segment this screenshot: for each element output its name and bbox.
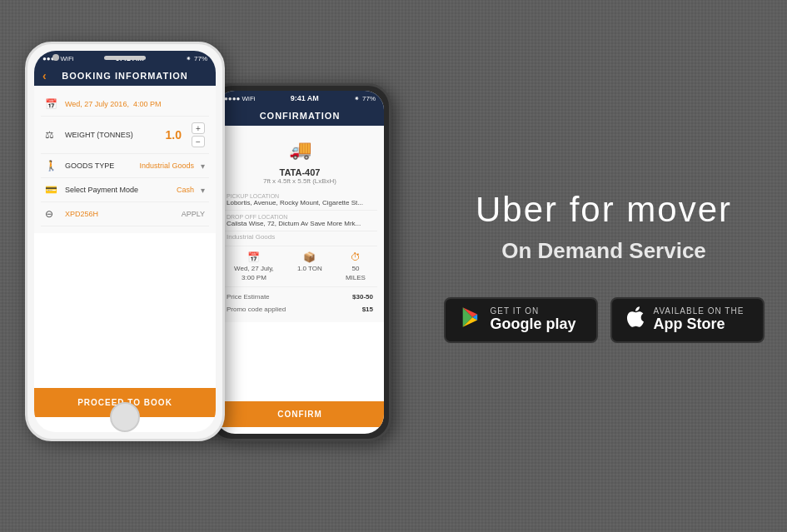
- confirm-button[interactable]: CONFIRM: [216, 401, 384, 427]
- goods-value: Industrial Goods: [139, 162, 194, 170]
- counter-controls[interactable]: + −: [192, 122, 205, 147]
- apply-label[interactable]: APPLY: [182, 210, 205, 218]
- decrement-btn[interactable]: −: [192, 136, 205, 147]
- stat-calendar-icon: 📅: [247, 251, 260, 263]
- pickup-value: Lobortis, Avenue, Rocky Mount, Cigarette…: [227, 199, 373, 206]
- pickup-label: Pickup location: [227, 193, 373, 199]
- dropoff-row: Drop off location Calista Wise, 72, Dict…: [222, 211, 377, 231]
- promo-applied-label: Promo code applied: [227, 306, 286, 313]
- app-header-white: ‹ BOOKING INFORMATION: [34, 66, 216, 86]
- pickup-row: Pickup location Lobortis, Avenue, Rocky …: [222, 190, 377, 211]
- promo-code: XPD256H: [65, 210, 98, 218]
- truck-dims: 7ft x 4.5ft x 5.5ft (LxBxH): [222, 177, 377, 185]
- google-play-icon: [459, 306, 482, 335]
- truck-icon-area: 🚚: [222, 132, 377, 167]
- google-play-line1: GET IT ON: [491, 306, 576, 316]
- goods-type-row: 🚶 GOODS TYPE Industrial Goods ▾: [41, 154, 209, 178]
- payment-label: Select Payment Mode: [65, 186, 170, 194]
- phone-home-button[interactable]: [110, 402, 140, 432]
- sub-title: On Demand Service: [501, 238, 706, 264]
- status-icons-dark: ⁕ 77%: [354, 95, 376, 102]
- weight-value: 1.0: [166, 128, 182, 142]
- phone-dark: ●●●● WiFi 9:41 AM ⁕ 77% CONFIRMATION 🚚 T…: [208, 83, 391, 441]
- calendar-icon: 📅: [45, 98, 58, 110]
- status-time-dark: 9:41 AM: [291, 94, 319, 102]
- price-estimate-row: Price Estimate $30-50: [222, 291, 377, 303]
- phone-screen-dark: ●●●● WiFi 9:41 AM ⁕ 77% CONFIRMATION 🚚 T…: [216, 91, 384, 434]
- truck-model: TATA-407: [222, 167, 377, 177]
- weight-label: WEIGHT (TONNES): [65, 131, 159, 139]
- confirm-stats: 📅 Wed, 27 July, 3:00 PM 📦 1.0 TON ⏱ 50 M…: [222, 246, 377, 287]
- booking-content: 📅 Wed, 27 July 2016, 4:00 PM ⚖ WEIGHT (T…: [34, 86, 216, 233]
- phone-camera: [52, 54, 59, 61]
- payment-row: 💳 Select Payment Mode Cash ▾: [41, 178, 209, 202]
- stat-date: 📅 Wed, 27 July, 3:00 PM: [234, 251, 274, 281]
- status-icons: ⁕ 77%: [186, 55, 207, 62]
- price-estimate-value: $30-50: [352, 293, 373, 301]
- dropoff-label: Drop off location: [227, 214, 373, 220]
- payment-dropdown-icon[interactable]: ▾: [201, 186, 205, 195]
- payment-value: Cash: [177, 186, 194, 194]
- app-header-dark: CONFIRMATION: [216, 106, 384, 126]
- confirmation-content: 🚚 TATA-407 7ft x 4.5ft x 5.5ft (LxBxH) P…: [216, 126, 384, 322]
- promo-row: ⊖ XPD256H APPLY: [41, 202, 209, 226]
- app-store-line2: App Store: [654, 316, 745, 334]
- app-store-button[interactable]: Available on the App Store: [610, 297, 765, 343]
- google-play-text: GET IT ON Google play: [491, 306, 576, 334]
- app-store-line1: Available on the: [654, 306, 745, 316]
- goods-icon: 🚶: [45, 160, 58, 172]
- phone-white: ●●●● WiFi 9:41 AM ⁕ 77% ‹ BOOKING INFORM…: [25, 42, 225, 441]
- promo-applied-row: Promo code applied $15: [222, 303, 377, 316]
- increment-btn[interactable]: +: [192, 122, 205, 134]
- phone-speaker: [104, 56, 146, 60]
- google-play-line2: Google play: [491, 316, 576, 334]
- main-title: Uber for mover: [476, 190, 732, 230]
- stat-distance-icon: ⏱: [351, 251, 361, 263]
- date-value: Wed, 27 July 2016, 4:00 PM: [65, 100, 205, 108]
- dropoff-value: Calista Wise, 72, Dictum Av Save More Mr…: [227, 220, 373, 227]
- promo-applied-value: $15: [362, 306, 373, 313]
- stat-distance: ⏱ 50 MILES: [346, 251, 366, 281]
- status-bar-dark: ●●●● WiFi 9:41 AM ⁕ 77%: [216, 91, 384, 106]
- app-store-text: Available on the App Store: [654, 306, 745, 334]
- weight-row: ⚖ WEIGHT (TONNES) 1.0 + −: [41, 117, 209, 154]
- phone-screen-white: ●●●● WiFi 9:41 AM ⁕ 77% ‹ BOOKING INFORM…: [34, 51, 216, 432]
- promo-icon: ⊖: [45, 208, 58, 220]
- store-buttons: GET IT ON Google play Available on the A…: [444, 297, 765, 343]
- goods-label: GOODS TYPE: [65, 162, 132, 170]
- phones-area: ●●●● WiFi 9:41 AM ⁕ 77% ‹ BOOKING INFORM…: [0, 0, 433, 532]
- back-icon[interactable]: ‹: [42, 69, 47, 82]
- right-panel: Uber for mover On Demand Service GET IT …: [421, 0, 787, 532]
- price-estimate-label: Price Estimate: [227, 293, 270, 301]
- google-play-button[interactable]: GET IT ON Google play: [444, 297, 598, 343]
- goods-badge: Industrial Goods: [222, 231, 377, 242]
- goods-dropdown-icon[interactable]: ▾: [201, 162, 205, 171]
- stat-weight: 📦 1.0 TON: [297, 251, 322, 281]
- signal-dots-dark: ●●●● WiFi: [224, 95, 256, 102]
- stat-weight-icon: 📦: [303, 251, 316, 263]
- apple-icon: [625, 306, 645, 335]
- date-row: 📅 Wed, 27 July 2016, 4:00 PM: [41, 92, 209, 117]
- payment-icon: 💳: [45, 184, 58, 196]
- weight-icon: ⚖: [45, 129, 58, 141]
